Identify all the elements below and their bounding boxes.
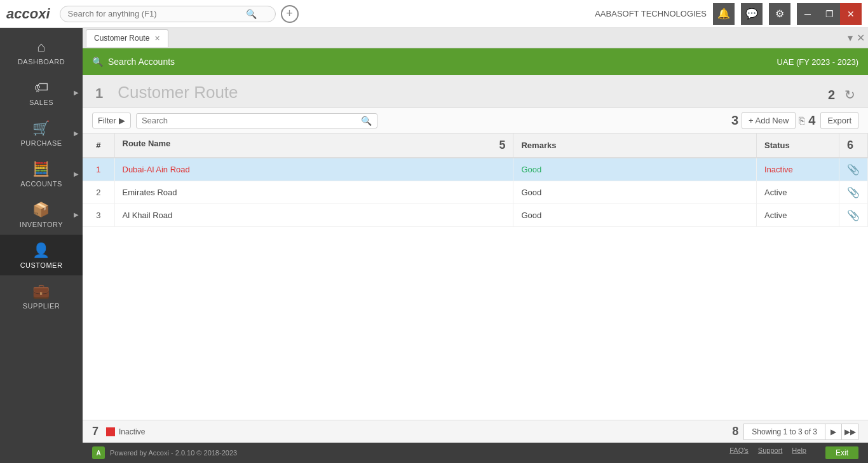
top-right-controls: AABASOFT TECHNOLOGIES 🔔 💬 ⚙ ─ ❐ ✕ [595,3,862,25]
inventory-icon: 📦 [32,202,50,218]
bottom-right-links: FAQ's Support Help Exit [729,446,858,459]
table-header-row: # Route Name 5 Remarks Status 6 [83,134,868,158]
data-table-wrap: # Route Name 5 Remarks Status 6 [83,134,868,420]
cell-edit[interactable]: 📎 [839,181,868,204]
help-link[interactable]: Help [792,446,806,459]
top-bar: accoxi 🔍 + AABASOFT TECHNOLOGIES 🔔 💬 ⚙ ─… [0,0,868,28]
toolbar-right: 3 + Add New ⎘ 4 Export [731,112,858,129]
step-number-8: 8 [732,425,738,438]
add-new-button[interactable]: + Add New [742,112,796,129]
sidebar-item-accounts[interactable]: 🧮 ACCOUNTS ▶ [0,153,83,194]
purchase-expand-arrow: ▶ [74,130,79,137]
exit-button[interactable]: Exit [825,446,858,459]
table-row[interactable]: 3Al Khail RoadGoodActive📎 [83,204,868,227]
tab-bar: Customer Route × ▾ ✕ [83,28,868,48]
bell-icon-btn[interactable]: 🔔 [713,3,735,25]
filter-arrow-icon: ▶ [119,116,125,125]
inventory-expand-arrow: ▶ [74,211,79,218]
search-input[interactable] [142,116,361,125]
cell-status: Active [757,204,839,227]
sales-expand-arrow: ▶ [74,89,79,96]
faq-link[interactable]: FAQ's [729,446,749,459]
row-number: 1 [96,165,100,174]
cell-status: Active [757,181,839,204]
toolbar: Filter ▶ 🔍 3 + Add New ⎘ 4 Export [83,108,868,134]
sidebar-item-inventory[interactable]: 📦 INVENTORY ▶ [0,194,83,235]
sidebar-item-supplier[interactable]: 💼 SUPPLIER [0,275,83,316]
global-search-icon: 🔍 [246,9,257,19]
sidebar-label-customer: CUSTOMER [20,261,63,269]
cell-route-name: Emirates Road [114,181,513,204]
cell-edit[interactable]: 📎 [839,158,868,181]
step-number-6: 6 [847,139,853,151]
next-page-button[interactable]: ▶ [825,424,842,440]
content-area: Customer Route × ▾ ✕ 🔍 Search Accounts U… [83,28,868,463]
col-header-remarks: Remarks [513,134,757,158]
status-text: Active [764,211,787,220]
edit-icon[interactable]: 📎 [847,187,860,198]
accoxi-logo-small: A [92,446,105,459]
minimize-button[interactable]: ─ [797,3,818,25]
step-number-7: 7 [92,425,98,438]
cell-num: 2 [83,181,114,204]
close-button[interactable]: ✕ [840,3,862,25]
global-search-input[interactable] [68,9,246,18]
add-tab-button[interactable]: + [281,5,299,23]
col-header-status: Status [757,134,839,158]
filter-label: Filter [98,116,116,125]
edit-icon[interactable]: 📎 [847,164,860,175]
step-number-5: 5 [499,139,505,152]
global-search-bar[interactable]: 🔍 [60,6,276,22]
edit-icon[interactable]: 📎 [847,210,860,221]
refresh-button[interactable]: ↻ [844,87,855,102]
sidebar-item-dashboard[interactable]: ⌂ DASHBOARD [0,31,83,72]
table-row[interactable]: 1Dubai-Al Ain RoadGoodInactive📎 [83,158,868,181]
accounts-expand-arrow: ▶ [74,170,79,177]
cell-num: 1 [83,158,114,181]
last-page-button[interactable]: ▶▶ [842,424,858,440]
table-row[interactable]: 2Emirates RoadGoodActive📎 [83,181,868,204]
sidebar-item-customer[interactable]: 👤 CUSTOMER [0,235,83,275]
customer-route-tab[interactable]: Customer Route × [86,29,168,47]
bottom-bar: A Powered by Accoxi - 2.0.10 © 2018-2023… [83,443,868,463]
page-header: 1 Customer Route 2 ↻ [83,75,868,108]
tab-dropdown-icon[interactable]: ▾ [848,32,853,44]
search-accounts-button[interactable]: 🔍 Search Accounts [92,57,175,67]
window-controls: ─ ❐ ✕ [797,3,862,25]
tab-bar-close-icon[interactable]: ✕ [857,32,865,44]
search-accounts-label: Search Accounts [108,57,175,67]
export-button[interactable]: Export [820,112,858,129]
page-info: Showing 1 to 3 of 3 [743,424,825,440]
company-name: AABASOFT TECHNOLOGIES [595,9,707,18]
powered-by: A Powered by Accoxi - 2.0.10 © 2018-2023 [92,446,237,459]
sidebar-label-inventory: INVENTORY [20,221,63,228]
status-text: Inactive [764,165,793,174]
message-icon-btn[interactable]: 💬 [741,3,763,25]
cell-edit[interactable]: 📎 [839,204,868,227]
search-accounts-bar: 🔍 Search Accounts UAE (FY 2023 - 2023) [83,48,868,75]
inactive-legend: 7 Inactive [92,425,145,438]
footer: 7 Inactive 8 Showing 1 to 3 of 3 ▶ ▶▶ [83,420,868,443]
sidebar: ⌂ DASHBOARD 🏷 SALES ▶ 🛒 PURCHASE ▶ 🧮 ACC… [0,28,83,463]
page-title: Customer Route [118,83,238,102]
dashboard-icon: ⌂ [37,39,46,55]
purchase-icon: 🛒 [32,120,50,137]
sidebar-item-sales[interactable]: 🏷 SALES ▶ [0,72,83,113]
gear-icon-btn[interactable]: ⚙ [769,3,790,25]
search-icon: 🔍 [361,116,372,126]
cell-remarks: Good [513,204,757,227]
filter-button[interactable]: Filter ▶ [92,113,131,128]
table-body: 1Dubai-Al Ain RoadGoodInactive📎2Emirates… [83,158,868,227]
remarks-text: Good [521,165,541,174]
col-header-num: # [83,134,114,158]
sidebar-label-accounts: ACCOUNTS [20,180,62,188]
cell-remarks: Good [513,158,757,181]
tab-close-icon[interactable]: × [154,33,159,43]
supplier-icon: 💼 [32,283,50,300]
export-icon-btn[interactable]: ⎘ [799,115,805,127]
sidebar-item-purchase[interactable]: 🛒 PURCHASE ▶ [0,113,83,153]
sidebar-label-purchase: PURCHASE [20,139,62,147]
support-link[interactable]: Support [758,446,783,459]
search-input-wrap[interactable]: 🔍 [136,113,377,128]
restore-button[interactable]: ❐ [818,3,840,25]
